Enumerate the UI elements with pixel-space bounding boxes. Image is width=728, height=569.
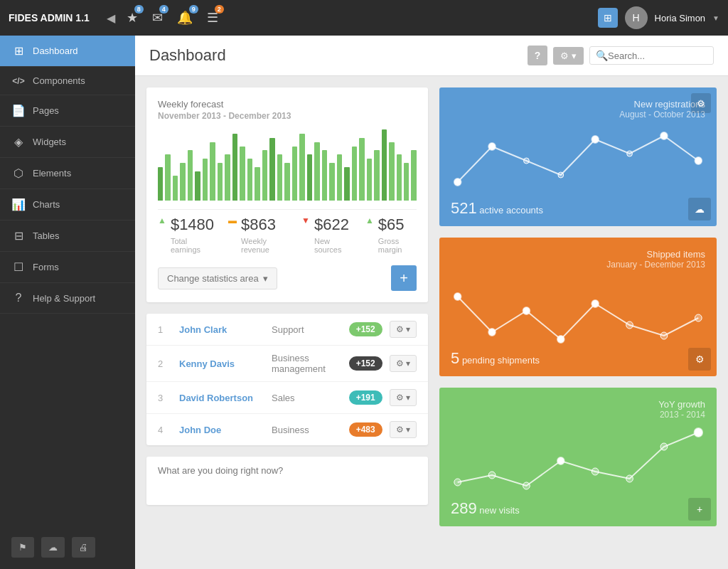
- grid-icon[interactable]: ⊞: [598, 8, 618, 28]
- growth-title: YoY growth: [451, 399, 705, 410]
- topbar-icons: ★ 8 ✉ 4 🔔 9 ☰ 2: [127, 10, 218, 26]
- user-name[interactable]: Horia Simon: [655, 13, 706, 23]
- bell-badge: 9: [189, 5, 198, 14]
- shipments-period: January - December 2013: [451, 260, 705, 270]
- widgets-icon: ◈: [11, 135, 26, 149]
- row-action-4[interactable]: ⚙ ▾: [390, 421, 417, 438]
- sidebar-item-dashboard[interactable]: ⊞ Dashboard: [0, 36, 135, 67]
- sidebar-item-charts[interactable]: 📊 Charts: [0, 189, 135, 220]
- bar-31: [389, 142, 394, 201]
- star-badge: 8: [134, 5, 144, 14]
- growth-chart: [451, 425, 705, 496]
- row-name-3[interactable]: David Robertson: [179, 393, 264, 403]
- row-action-1[interactable]: ⚙ ▾: [390, 321, 417, 338]
- bar-8: [218, 163, 223, 201]
- row-badge-1: +152: [349, 322, 382, 336]
- content-left: Weekly forecast November 2013 - December…: [146, 87, 428, 538]
- page-title: Dashboard: [149, 46, 226, 65]
- bar-33: [404, 163, 409, 201]
- bar-34: [411, 150, 416, 201]
- row-badge-3: +191: [349, 390, 382, 405]
- bar-17: [284, 163, 289, 201]
- row-dept-3: Sales: [272, 393, 342, 403]
- growth-value: 289: [451, 499, 477, 517]
- sidebar-item-elements[interactable]: ⬡ Elements: [0, 158, 135, 189]
- sidebar-label-pages: Pages: [33, 105, 59, 116]
- sidebar-item-components[interactable]: </> Components: [0, 67, 135, 95]
- bar-19: [299, 134, 304, 201]
- stat-new-source: ▼ $622 New sources: [301, 216, 351, 254]
- topbar-icon-bell[interactable]: 🔔 9: [177, 10, 193, 26]
- shipments-title: Shipped items: [451, 249, 705, 260]
- bar-14: [262, 150, 267, 201]
- components-icon: </>: [11, 76, 26, 86]
- cloud-button[interactable]: ☁: [41, 537, 65, 558]
- forms-icon: ☐: [11, 260, 26, 274]
- sidebar-item-tables[interactable]: ⊟ Tables: [0, 220, 135, 252]
- row-num-4: 4: [158, 425, 172, 435]
- add-button[interactable]: +: [391, 265, 417, 291]
- content-area: Weekly forecast November 2013 - December…: [135, 76, 728, 549]
- bar-2: [173, 176, 178, 201]
- bar-20: [307, 154, 312, 201]
- row-action-3[interactable]: ⚙ ▾: [390, 389, 417, 406]
- change-statistics-button[interactable]: Change statistics area ▾: [158, 267, 277, 289]
- sidebar-item-pages[interactable]: 📄 Pages: [0, 95, 135, 127]
- growth-add-button[interactable]: +: [688, 498, 711, 521]
- help-button[interactable]: ?: [528, 46, 547, 65]
- shipments-chart: [451, 275, 705, 346]
- registrations-label: active accounts: [479, 205, 543, 216]
- activity-textarea[interactable]: [158, 465, 417, 494]
- svg-point-22: [660, 443, 668, 450]
- registrations-gear-button[interactable]: ⚙: [691, 93, 711, 113]
- shipments-gear-button[interactable]: ⚙: [688, 348, 711, 371]
- bar-25: [344, 167, 349, 201]
- arrow-neutral-icon: ▬: [228, 216, 237, 225]
- sidebar-label-widgets: Widgets: [33, 137, 66, 147]
- row-badge-4: +483: [349, 422, 382, 437]
- pages-icon: 📄: [11, 104, 26, 117]
- main-content: Dashboard ? ⚙ ▾ 🔍 Weekly forecast: [135, 36, 728, 569]
- print-button[interactable]: 🖨: [72, 537, 95, 558]
- registrations-title: New registrations: [451, 99, 705, 110]
- user-caret-icon: ▼: [712, 14, 719, 22]
- svg-point-14: [660, 332, 668, 339]
- topbar-icon-star[interactable]: ★ 8: [127, 10, 138, 26]
- sidebar-label-tables: Tables: [33, 230, 60, 241]
- row-name-1[interactable]: John Clark: [179, 324, 264, 335]
- row-action-2[interactable]: ⚙ ▾: [390, 355, 417, 372]
- registrations-cloud-button[interactable]: ☁: [688, 198, 711, 220]
- charts-icon: 📊: [11, 198, 26, 211]
- search-input[interactable]: [608, 50, 707, 61]
- page-header-actions: ? ⚙ ▾ 🔍: [528, 46, 714, 65]
- sidebar-label-help: Help & Support: [33, 293, 95, 304]
- bar-10: [232, 134, 237, 201]
- svg-point-16: [454, 479, 461, 486]
- sidebar-item-forms[interactable]: ☐ Forms: [0, 252, 135, 283]
- stat-total: ▲ $1480 Total earnings: [158, 216, 214, 254]
- row-name-4[interactable]: John Doe: [179, 425, 264, 435]
- settings-button[interactable]: ⚙ ▾: [553, 47, 584, 65]
- change-stats-label: Change statistics area: [167, 273, 259, 284]
- growth-panel: YoY growth 2013 - 2014: [439, 388, 717, 526]
- svg-point-1: [488, 143, 496, 150]
- stat-weekly-label: Weekly revenue: [241, 237, 287, 254]
- list-badge: 2: [215, 5, 224, 14]
- bar-12: [247, 159, 252, 201]
- bar-chart: [158, 129, 417, 201]
- mail-badge: 4: [159, 5, 168, 14]
- bar-7: [210, 142, 215, 201]
- dashboard-icon: ⊞: [11, 44, 26, 58]
- search-icon: 🔍: [596, 50, 608, 61]
- svg-point-7: [695, 157, 702, 164]
- sidebar-item-widgets[interactable]: ◈ Widgets: [0, 127, 135, 158]
- topbar-icon-mail[interactable]: ✉ 4: [152, 10, 163, 26]
- sidebar-toggle[interactable]: ◀: [107, 11, 115, 25]
- registrations-stat: 521 active accounts: [451, 199, 543, 218]
- flag-button[interactable]: ⚑: [11, 537, 34, 558]
- svg-point-9: [488, 329, 496, 336]
- bar-16: [277, 154, 282, 201]
- row-name-2[interactable]: Kenny Davis: [179, 358, 264, 369]
- sidebar-item-help[interactable]: ? Help & Support: [0, 283, 135, 314]
- topbar-icon-list[interactable]: ☰ 2: [207, 10, 218, 26]
